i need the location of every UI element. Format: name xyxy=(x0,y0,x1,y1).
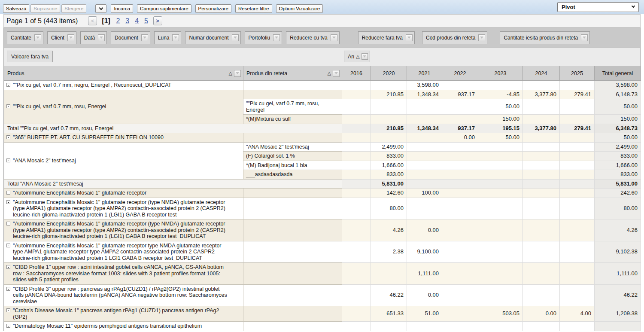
value-cell: 1,111.00 xyxy=(407,263,442,285)
pager-page-link[interactable]: 5 xyxy=(144,17,148,25)
pager-page-link[interactable]: 2 xyxy=(116,17,120,25)
value-cell xyxy=(523,152,560,161)
value-cell xyxy=(560,241,595,263)
filter-field-cantitate[interactable]: Cantitate xyxy=(7,31,43,44)
filter-dropdown-button[interactable] xyxy=(581,34,588,41)
filter-dropdown-button[interactable] xyxy=(333,70,340,77)
filter-dropdown-button[interactable] xyxy=(34,34,41,41)
filter-dropdown-button[interactable] xyxy=(98,34,105,41)
value-cell xyxy=(342,142,371,152)
filter-field-reducere-cu-tva[interactable]: Reducere cu tva xyxy=(286,31,339,44)
column-header-2022[interactable]: 2022 xyxy=(442,66,478,81)
filter-field-dat[interactable]: Dată xyxy=(80,31,107,44)
grand-total-cell: 6,148.73 xyxy=(595,90,641,99)
toolbar-button-suprascrie[interactable]: Suprascrie xyxy=(30,4,60,13)
column-header-2016[interactable]: 2016 xyxy=(342,66,371,81)
produs-label: "Autoimmune Encephalitis Mosaic 1" gluta… xyxy=(13,243,230,262)
value-cell xyxy=(442,263,478,285)
row-field-header-produs-din-reteta[interactable]: Produs din reteta△ xyxy=(243,66,342,81)
collapse-icon[interactable] xyxy=(6,83,10,87)
toolbar-button-resetare-filtre[interactable]: Resetare filtre xyxy=(235,4,272,13)
filter-field-cod-produs-din-reteta[interactable]: Cod produs din reteta xyxy=(422,31,487,44)
value-cell: 9,100.00 xyxy=(407,241,442,263)
column-header-2023[interactable]: 2023 xyxy=(478,66,523,81)
filter-dropdown-button[interactable] xyxy=(478,34,485,41)
pager-next-button[interactable]: > xyxy=(153,16,162,25)
view-mode-select[interactable]: Pivot xyxy=(557,2,639,12)
filter-dropdown-icon xyxy=(363,55,366,58)
filter-dropdown-button[interactable] xyxy=(273,34,280,41)
pivot-total-row: Total ""Pix cu gel, varf 0.7 mm, rosu, E… xyxy=(4,124,641,133)
pager-page-link[interactable]: 3 xyxy=(125,17,129,25)
filter-dropdown-button[interactable] xyxy=(406,34,413,41)
column-field-button[interactable]: An △ xyxy=(344,51,370,62)
toolbar-button-salveaz[interactable]: Salvează xyxy=(3,4,29,13)
value-cell xyxy=(442,198,478,219)
filter-field-numar-document[interactable]: Numar document xyxy=(185,31,240,44)
toolbar-button-incarca[interactable]: Incarca xyxy=(111,4,133,13)
value-cell xyxy=(442,179,478,189)
filter-dropdown-button[interactable] xyxy=(172,34,179,41)
value-cell xyxy=(342,322,371,331)
filter-field-luna[interactable]: Luna xyxy=(154,31,182,44)
column-header-2021[interactable]: 2021 xyxy=(407,66,442,81)
value-cell xyxy=(478,198,523,219)
filter-field-document[interactable]: Document xyxy=(111,31,150,44)
grand-total-cell: 4.26 xyxy=(595,219,641,241)
value-cell xyxy=(523,99,560,115)
grand-total-cell: 5,831.00 xyxy=(595,179,641,189)
filter-field-cantitate-iesita-produs-din-reteta[interactable]: Cantitate iesita produs din reteta xyxy=(500,31,590,44)
value-cell xyxy=(407,179,442,189)
pager-page-link[interactable]: 4 xyxy=(135,17,139,25)
toolbar-button-optiuni-vizualizare[interactable]: Optiuni Vizualizare xyxy=(276,4,323,13)
pivot-row: ""Pix cu gel, varf 0.7 mm, rosu, Energel… xyxy=(4,90,641,99)
filter-dropdown-button[interactable] xyxy=(331,34,337,41)
collapse-icon[interactable] xyxy=(6,135,10,139)
produs-label: "ANA Mosaic 2" test'mesaj xyxy=(13,158,76,164)
collapse-icon[interactable] xyxy=(6,324,10,328)
collapse-icon[interactable] xyxy=(6,200,10,204)
value-cell xyxy=(478,170,523,180)
value-cell xyxy=(478,219,523,241)
collapse-icon[interactable] xyxy=(6,308,10,312)
save-options-dropdown-button[interactable] xyxy=(95,4,106,13)
row-header-reteta xyxy=(243,322,342,331)
value-cell xyxy=(407,161,442,170)
filter-dropdown-button[interactable] xyxy=(234,70,241,77)
collapse-icon[interactable] xyxy=(6,244,10,247)
column-header-2020[interactable]: 2020 xyxy=(371,66,407,81)
filter-dropdown-button[interactable] xyxy=(232,34,239,41)
collapse-icon[interactable] xyxy=(6,222,10,225)
data-field-label: Valoare fara tva xyxy=(11,54,49,60)
row-header-produs: "Autoimmune Encephalitis Mosaic 1" gluta… xyxy=(4,189,243,198)
pager-prev-button[interactable]: < xyxy=(88,16,97,25)
collapse-icon[interactable] xyxy=(6,158,10,162)
row-header-reteta: (F) Colargol sol. 1 % xyxy=(243,152,342,161)
row-header-reteta xyxy=(243,189,342,198)
collapse-icon[interactable] xyxy=(6,287,10,291)
filter-dropdown-button[interactable] xyxy=(141,34,148,41)
filter-field-reducere-fara-tva[interactable]: Reducere fara tva xyxy=(358,31,415,44)
collapse-icon[interactable] xyxy=(6,265,10,269)
filter-dropdown-button[interactable] xyxy=(361,53,368,60)
toolbar-button-campuri-suplimentare[interactable]: Campuri suplimentare xyxy=(137,4,191,13)
data-field-button[interactable]: Valoare fara tva xyxy=(7,51,53,62)
column-header-grand-total[interactable]: Total general xyxy=(595,66,641,81)
row-header-produs: "Dermatology Mosaic 11" epidermis pemphi… xyxy=(4,322,243,331)
filter-field-portofoliu[interactable]: Portofoliu xyxy=(245,31,283,44)
filter-dropdown-button[interactable] xyxy=(67,34,74,41)
value-cell xyxy=(560,198,595,219)
value-cell: 2,499.00 xyxy=(371,142,407,152)
value-cell xyxy=(342,115,371,124)
filter-field-client[interactable]: Client xyxy=(47,31,76,44)
column-header-2024[interactable]: 2024 xyxy=(523,66,560,81)
toolbar-button-personalizare[interactable]: Personalizare xyxy=(195,4,231,13)
row-field-header-produs[interactable]: Produs△ xyxy=(4,66,243,81)
pivot-header-row: Produs△Produs din reteta△201620202021202… xyxy=(4,66,641,81)
filter-dropdown-icon xyxy=(174,37,177,39)
column-header-2025[interactable]: 2025 xyxy=(560,66,595,81)
toolbar-button-stergere[interactable]: Stergere xyxy=(61,4,86,13)
collapse-icon[interactable] xyxy=(6,104,10,108)
collapse-icon[interactable] xyxy=(6,191,10,195)
value-cell xyxy=(523,198,560,219)
